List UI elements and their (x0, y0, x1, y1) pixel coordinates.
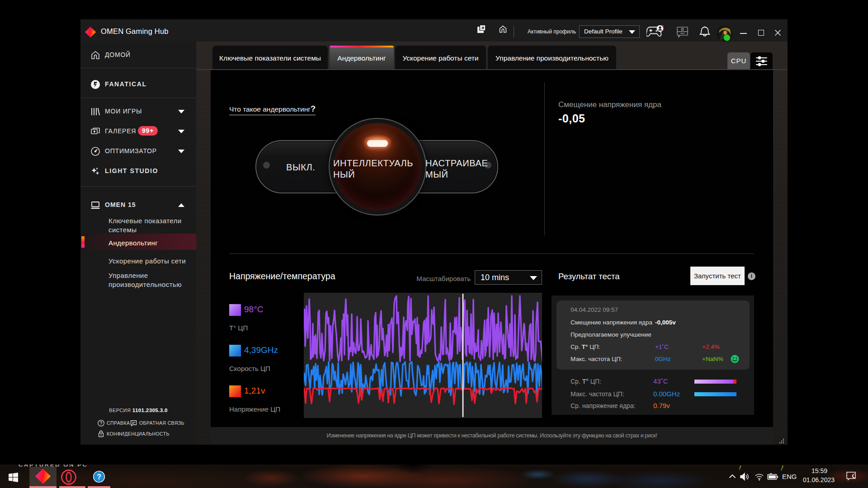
svg-text:?: ? (97, 473, 101, 481)
